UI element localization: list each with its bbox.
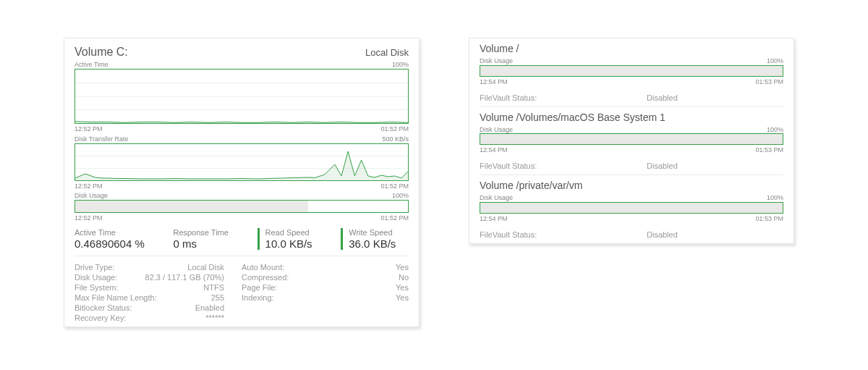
chart-end: 01:52 PM [380, 125, 409, 133]
stat-write-speed: Write Speed 36.0 KB/s [341, 228, 409, 250]
transfer-rate-chart: Disk Transfer Rate 500 KB/s 12:52 PM 01:… [64, 135, 419, 190]
disk-usage-bar [480, 133, 783, 145]
volume-title: Volume C: [75, 46, 128, 59]
volume-entry: Volume /private/var/vmDisk Usage100%12:5… [469, 175, 793, 224]
chart-title: Disk Transfer Rate [75, 136, 129, 143]
detail-row: Auto Mount:Yes [242, 262, 409, 272]
chart-start: 12:52 PM [75, 182, 103, 190]
detail-row: Indexing:Yes [242, 293, 409, 303]
details-table: Drive Type:Local DiskDisk Usage:82.3 / 1… [64, 259, 419, 332]
filevault-status-row: FileVault Status:Disabled [469, 88, 793, 106]
chart-end: 01:52 PM [380, 182, 409, 190]
stats-row: Active Time 0.46890604 % Response Time 0… [64, 222, 419, 253]
volume-entry: Volume /Volumes/macOS Base System 1Disk … [469, 107, 793, 156]
chart-end: 01:53 PM [755, 215, 783, 223]
disk-usage-bar [75, 200, 409, 213]
chart-max: 100% [392, 193, 409, 200]
chart-title: Disk Usage [75, 193, 108, 200]
disk-usage-bar [480, 202, 783, 214]
detail-row: Recovery Key:****** [75, 313, 242, 323]
svg-marker-1 [75, 151, 408, 180]
chart-max: 100% [767, 57, 783, 65]
chart-start: 12:52 PM [75, 214, 103, 222]
disk-card-mac: Volume /Disk Usage100%12:54 PM01:53 PMFi… [469, 38, 794, 244]
chart-start: 12:52 PM [75, 125, 103, 133]
chart-end: 01:53 PM [755, 78, 783, 86]
stat-read-speed: Read Speed 10.0 KB/s [258, 228, 326, 250]
chart-max: 100% [767, 126, 783, 134]
chart-title: Disk Usage [480, 194, 513, 202]
active-time-chart: Active Time 100% 12:52 PM 01:52 PM [64, 60, 419, 133]
chart-end: 01:52 PM [380, 214, 409, 222]
chart-end: 01:53 PM [755, 146, 783, 154]
filevault-status-row: FileVault Status:Disabled [469, 156, 793, 175]
chart-start: 12:54 PM [480, 78, 508, 86]
detail-row: Compressed:No [242, 272, 409, 282]
volume-subtitle: Local Disk [365, 47, 409, 58]
disk-card-windows: Volume C: Local Disk Active Time 100% 12… [64, 38, 420, 327]
chart-max: 500 KB/s [382, 136, 409, 143]
detail-row: Disk Usage:82.3 / 117.1 GB (70%) [75, 272, 242, 282]
disk-usage-bar [480, 65, 783, 77]
chart-max: 100% [767, 194, 783, 202]
chart-title: Disk Usage [480, 126, 513, 134]
detail-row: Bitlocker Status:Enabled [75, 303, 242, 313]
divider [75, 256, 409, 256]
chart-max: 100% [392, 62, 409, 69]
chart-title: Disk Usage [480, 57, 513, 65]
volume-entry: Volume /Disk Usage100%12:54 PM01:53 PM [469, 38, 793, 88]
filevault-status-row: FileVault Status:Disabled [469, 224, 793, 243]
detail-row: File System:NTFS [75, 282, 242, 293]
stat-active-time: Active Time 0.46890604 % [75, 228, 157, 250]
chart-start: 12:54 PM [480, 146, 508, 154]
detail-row: Max File Name Length:255 [75, 293, 242, 303]
volume-title: Volume /Volumes/macOS Base System 1 [480, 112, 783, 123]
chart-start: 12:54 PM [480, 215, 508, 223]
detail-row: Page File:Yes [242, 282, 409, 293]
disk-usage-chart: Disk Usage 100% 12:52 PM 01:52 PM [64, 191, 419, 222]
chart-title: Active Time [75, 62, 109, 69]
stat-response-time: Response Time 0 ms [173, 228, 241, 250]
detail-row: Drive Type:Local Disk [75, 262, 242, 272]
volume-title: Volume / [480, 43, 783, 54]
volume-title: Volume /private/var/vm [480, 180, 783, 191]
